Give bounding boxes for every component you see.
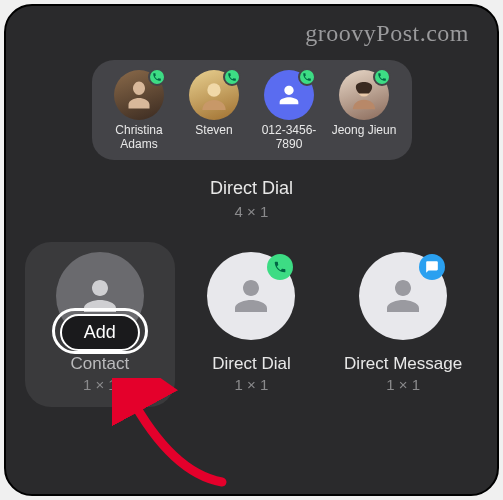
strip-title-label: Direct Dial [16, 178, 487, 199]
strip-size-label: 4 × 1 [16, 203, 487, 220]
phone-icon [148, 68, 166, 86]
phone-icon [373, 68, 391, 86]
phone-icon [298, 68, 316, 86]
contact-name: Jeong Jieun [332, 124, 397, 152]
contact-cell: Steven [181, 70, 248, 152]
widget-size-label: 1 × 1 [235, 376, 269, 393]
svg-point-0 [207, 83, 220, 96]
widget-label: Contact [71, 354, 130, 374]
contact-name: Steven [195, 124, 232, 152]
widget-direct-message-1x1[interactable]: Direct Message 1 × 1 [328, 252, 478, 393]
widget-contact-1x1[interactable]: Add Contact 1 × 1 [25, 242, 175, 407]
widget-label: Direct Message [344, 354, 462, 374]
widget-size-label: 1 × 1 [386, 376, 420, 393]
contact-name: Christina Adams [106, 124, 173, 152]
add-button[interactable]: Add [60, 314, 140, 351]
widget-picker-panel: groovyPost.com Christina Adams [4, 4, 499, 496]
contact-cell: 012-3456-7890 [256, 70, 323, 152]
watermark: groovyPost.com [305, 20, 469, 47]
direct-dial-4x1-preview[interactable]: Christina Adams Steven 0 [92, 60, 412, 160]
contact-cell: Jeong Jieun [331, 70, 398, 152]
strip-caption: Direct Dial 4 × 1 [16, 178, 487, 220]
widget-row: Add Contact 1 × 1 Direct Dial 1 × 1 [16, 252, 487, 407]
widget-label: Direct Dial [212, 354, 290, 374]
contact-cell: Christina Adams [106, 70, 173, 152]
phone-icon [223, 68, 241, 86]
contact-name: 012-3456-7890 [256, 124, 323, 152]
widget-direct-dial-1x1[interactable]: Direct Dial 1 × 1 [176, 252, 326, 393]
message-icon [419, 254, 445, 280]
widget-size-label: 1 × 1 [83, 376, 117, 393]
